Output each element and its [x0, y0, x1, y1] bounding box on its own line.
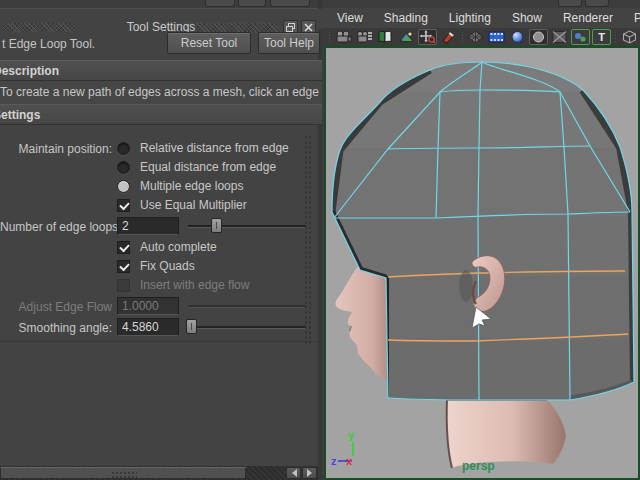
smoothing-angle-field[interactable]	[117, 318, 179, 336]
number-of-edge-loops-slider[interactable]	[188, 225, 306, 228]
auto-complete-label[interactable]: Auto complete	[140, 240, 217, 254]
fix-quads-checkbox[interactable]	[117, 260, 130, 273]
toolbar-remnant	[558, 0, 582, 7]
fix-quads-label[interactable]: Fix Quads	[140, 259, 195, 273]
scroll-right-arrow-icon[interactable]	[302, 467, 317, 479]
menu-shading[interactable]: Shading	[384, 11, 428, 25]
grease-pencil-eraser-icon[interactable]	[439, 29, 458, 45]
horizontal-scrollbar-thumb[interactable]	[0, 467, 246, 479]
select-camera-icon[interactable]	[334, 29, 353, 45]
radio-relative-distance[interactable]	[117, 142, 130, 155]
bookmark-icon[interactable]	[376, 29, 395, 45]
tool-settings-panel: Tool Settings t Edge Loop Tool. Reset To…	[0, 0, 322, 480]
reset-tool-button[interactable]: Reset Tool	[167, 32, 251, 54]
menu-lighting[interactable]: Lighting	[449, 11, 491, 25]
radio-multiple-edge-loops[interactable]	[117, 180, 130, 193]
auto-complete-checkbox[interactable]	[117, 241, 130, 254]
radio-equal-distance-label[interactable]: Equal distance from edge	[140, 160, 276, 174]
scrollbar-grip-dots	[111, 471, 137, 478]
viewport-menubar: View Shading Lighting Show Renderer Pane…	[322, 8, 640, 28]
scroll-left-arrow-icon[interactable]	[286, 467, 301, 479]
description-header-label: Description	[0, 64, 59, 78]
description-text: To create a new path of edges across a m…	[0, 81, 322, 105]
smoothing-angle-slider-handle[interactable]	[186, 319, 197, 334]
texture-placement-icon[interactable]: T	[592, 29, 611, 45]
tool-help-button[interactable]: Tool Help	[258, 32, 320, 54]
toolbar-separator	[614, 31, 617, 43]
ear-shadow	[459, 270, 473, 302]
axis-y-label: y	[348, 429, 355, 441]
insert-with-edge-flow-label: Insert with edge flow	[140, 278, 249, 292]
text-tool-glyph: T	[598, 31, 605, 43]
neck-mesh[interactable]	[447, 400, 566, 468]
smoothing-angle-slider[interactable]	[188, 326, 306, 329]
isolate-select-cube-icon[interactable]	[620, 29, 639, 45]
perspective-viewport-panel: View Shading Lighting Show Renderer Pane…	[322, 0, 640, 480]
tool-name-label: t Edge Loop Tool.	[2, 37, 95, 51]
tool-settings-titlebar[interactable]: Tool Settings	[0, 9, 322, 29]
use-equal-multiplier-label[interactable]: Use Equal Multiplier	[140, 198, 247, 212]
radio-equal-distance[interactable]	[117, 161, 130, 174]
menu-view[interactable]: View	[337, 11, 363, 25]
axis-x-label: x	[346, 455, 353, 467]
toolbar-remnant	[585, 0, 609, 7]
maintain-position-label: Maintain position:	[0, 142, 112, 156]
menu-panels[interactable]: Panels	[634, 11, 640, 25]
3d-viewport-canvas[interactable]: y z x persp	[324, 46, 640, 480]
insert-with-edge-flow-checkbox[interactable]	[117, 279, 130, 292]
flat-shade-icon[interactable]	[487, 29, 506, 45]
toolbar-separator	[328, 31, 331, 43]
toolbar-remnant	[270, 0, 310, 7]
frame-divider	[0, 341, 318, 342]
wireframe-shading-icon[interactable]	[466, 29, 485, 45]
viewport-toolbar: T	[322, 28, 640, 46]
radio-relative-distance-label[interactable]: Relative distance from edge	[140, 141, 289, 155]
adjust-edge-flow-slider	[188, 305, 306, 308]
description-frame-header[interactable]: Description	[0, 60, 322, 81]
number-of-edge-loops-field[interactable]	[117, 217, 179, 235]
adjust-edge-flow-field	[117, 297, 179, 315]
maya-application: Tool Settings t Edge Loop Tool. Reset To…	[0, 0, 640, 480]
toolbar-separator	[461, 31, 464, 43]
menu-show[interactable]: Show	[512, 11, 542, 25]
number-of-edge-loops-label: Number of edge loops:	[0, 220, 112, 234]
image-plane-icon[interactable]	[397, 29, 416, 45]
adjust-edge-flow-label: Adjust Edge Flow	[0, 300, 112, 314]
toolbar-remnant	[238, 0, 266, 7]
smooth-shade-icon[interactable]	[508, 29, 527, 45]
pan-zoom-tool-icon[interactable]	[418, 29, 437, 45]
use-default-material-icon[interactable]	[529, 29, 548, 45]
menu-renderer[interactable]: Renderer	[563, 11, 613, 25]
radio-multiple-edge-loops-label[interactable]: Multiple edge loops	[140, 179, 243, 193]
camera-label: persp	[462, 459, 495, 473]
settings-header-label: Settings	[0, 108, 40, 122]
smoothing-angle-label: Smoothing angle:	[0, 321, 112, 335]
toolbar-remnant	[205, 0, 235, 7]
settings-frame-header[interactable]: Settings	[0, 104, 322, 125]
camera-attributes-icon[interactable]	[355, 29, 374, 45]
number-of-edge-loops-slider-handle[interactable]	[211, 218, 222, 233]
vertical-scroll-grip[interactable]	[304, 135, 311, 345]
horizontal-scrollbar[interactable]	[0, 466, 318, 480]
no-texture-icon[interactable]	[550, 29, 569, 45]
axis-z-label: z	[331, 455, 337, 467]
use-equal-multiplier-checkbox[interactable]	[117, 199, 130, 212]
textured-display-icon[interactable]	[571, 29, 590, 45]
